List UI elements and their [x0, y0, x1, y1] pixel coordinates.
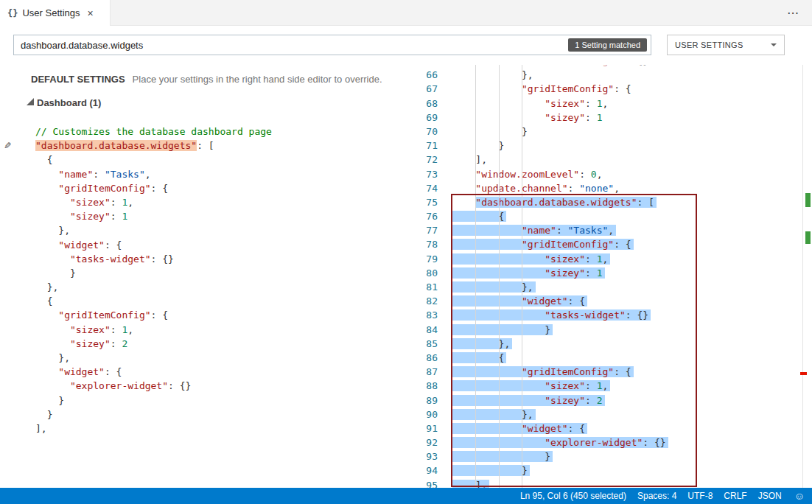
status-language[interactable]: JSON — [758, 491, 782, 501]
editor-line[interactable]: 86 { — [407, 351, 812, 365]
editor-line[interactable]: 88 "sizex": 1, — [407, 379, 812, 393]
line-number[interactable]: 91 — [407, 421, 452, 435]
code-token — [35, 197, 70, 208]
editor-line[interactable]: 70 } — [407, 125, 812, 139]
indent-guide — [475, 65, 476, 488]
editor-line[interactable]: 66 }, — [407, 68, 812, 82]
editor-line[interactable]: 73 "window.zoomLevel": 0, — [407, 167, 812, 181]
status-eol[interactable]: CRLF — [724, 491, 746, 501]
editor-line[interactable]: 72 ], — [407, 153, 812, 167]
status-indentation[interactable]: Spaces: 4 — [637, 491, 676, 501]
expand-twistie-icon[interactable] — [27, 98, 34, 105]
close-icon[interactable]: × — [88, 8, 94, 18]
editor-line[interactable]: 79 "sizex": 1, — [407, 252, 812, 266]
code-token: "explorer-widget" — [70, 380, 168, 391]
editor-line[interactable]: 92 "explorer-widget": {} — [407, 435, 812, 449]
line-content: } — [452, 125, 812, 139]
editor-line[interactable]: 76 { — [407, 209, 812, 223]
code-line: // Customizes the database dashboard pag… — [35, 125, 407, 139]
editor-line[interactable]: 78 "gridItemConfig": { — [407, 237, 812, 251]
editor-line[interactable]: 93 } — [407, 449, 812, 463]
line-number[interactable]: 83 — [407, 308, 452, 322]
editor-line[interactable]: 84 } — [407, 323, 812, 337]
line-number[interactable]: 95 — [407, 478, 452, 488]
line-number[interactable]: 84 — [407, 323, 452, 337]
line-number[interactable]: 67 — [407, 82, 452, 96]
line-number[interactable]: 75 — [407, 195, 452, 209]
editor-line[interactable]: 82 "widget": { — [407, 294, 812, 308]
line-number[interactable]: 87 — [407, 365, 452, 379]
line-number[interactable]: 86 — [407, 351, 452, 365]
scope-dropdown[interactable]: USER SETTINGS — [667, 35, 785, 55]
line-number[interactable]: 69 — [407, 111, 452, 125]
user-settings-editor[interactable]: 65 "tasks-widget": {}66 },67 "gridItemCo… — [407, 65, 812, 488]
line-number[interactable]: 65 — [407, 65, 452, 68]
line-number[interactable]: 68 — [407, 97, 452, 111]
code-token: , — [597, 169, 603, 180]
editor-line[interactable]: 83 "tasks-widget": {} — [407, 308, 812, 322]
status-cursor-position[interactable]: Ln 95, Col 6 (450 selected) — [520, 491, 626, 501]
line-number[interactable]: 88 — [407, 379, 452, 393]
editor-line[interactable]: 74 "update.channel": "none", — [407, 181, 812, 195]
code-token: }, — [35, 225, 70, 236]
ruler-mark-green — [805, 193, 811, 207]
feedback-smiley-icon[interactable]: ☺ — [794, 490, 805, 502]
editor-line[interactable]: 90 }, — [407, 407, 812, 421]
editor-line[interactable]: 81 }, — [407, 280, 812, 294]
editor-line[interactable]: 71 } — [407, 139, 812, 153]
line-number[interactable]: 76 — [407, 209, 452, 223]
settings-search-row: 1 Setting matched USER SETTINGS — [0, 26, 812, 65]
line-number[interactable]: 71 — [407, 139, 452, 153]
line-number[interactable]: 80 — [407, 266, 452, 280]
line-number[interactable]: 85 — [407, 337, 452, 351]
line-number[interactable]: 72 — [407, 153, 452, 167]
line-number[interactable]: 93 — [407, 449, 452, 463]
line-number[interactable]: 78 — [407, 237, 452, 251]
more-actions-button[interactable]: ⋯ — [787, 6, 812, 20]
editor-line[interactable]: 77 "name": "Tasks", — [407, 223, 812, 237]
line-content: } — [452, 449, 812, 463]
line-number[interactable]: 89 — [407, 393, 452, 407]
code-token: "widget" — [522, 295, 568, 307]
settings-group-row[interactable]: Dashboard (1) — [27, 97, 407, 108]
code-token: 2 — [122, 338, 127, 349]
line-number[interactable]: 82 — [407, 294, 452, 308]
editor-line[interactable]: 95 ], — [407, 478, 812, 488]
editor-line[interactable]: 87 "gridItemConfig": { — [407, 365, 812, 379]
line-number[interactable]: 70 — [407, 125, 452, 139]
line-content: "gridItemConfig": { — [452, 82, 812, 96]
editor-line[interactable]: 67 "gridItemConfig": { — [407, 82, 812, 96]
tab-user-settings[interactable]: {} User Settings × — [0, 0, 111, 26]
editor-line[interactable]: 75 "dashboard.database.widgets": [ — [407, 195, 812, 209]
line-number[interactable]: 74 — [407, 181, 452, 195]
code-line: } — [35, 407, 407, 421]
line-number[interactable]: 77 — [407, 223, 452, 237]
editor-line[interactable]: 80 "sizey": 1 — [407, 266, 812, 280]
editor-line[interactable]: 69 "sizey": 1 — [407, 111, 812, 125]
code-token: "Tasks" — [568, 225, 609, 236]
code-token: "sizey" — [70, 338, 111, 349]
code-token: "sizex" — [70, 324, 111, 335]
line-number[interactable]: 81 — [407, 280, 452, 294]
edit-pencil-icon[interactable]: ✎ — [4, 139, 11, 152]
code-token: : — [585, 112, 597, 123]
editor-line[interactable]: 91 "widget": { — [407, 421, 812, 435]
code-token: 0 — [591, 169, 597, 180]
editor-line[interactable]: 89 "sizey": 2 — [407, 393, 812, 407]
status-encoding[interactable]: UTF-8 — [687, 491, 713, 501]
line-number[interactable]: 90 — [407, 407, 452, 421]
settings-search-input[interactable] — [13, 35, 651, 55]
editor-line[interactable]: 85 }, — [407, 337, 812, 351]
line-number[interactable]: 66 — [407, 68, 452, 82]
selection-highlight: } — [452, 451, 550, 462]
code-token: : {} — [626, 309, 648, 321]
line-number[interactable]: 92 — [407, 435, 452, 449]
editor-line[interactable]: 68 "sizex": 1, — [407, 97, 812, 111]
code-token: } — [452, 140, 504, 151]
line-content: "widget": { — [452, 421, 812, 435]
editor-line[interactable]: 65 "tasks-widget": {} — [407, 65, 812, 68]
line-number[interactable]: 79 — [407, 252, 452, 266]
line-number[interactable]: 73 — [407, 167, 452, 181]
line-number[interactable]: 94 — [407, 463, 452, 477]
editor-line[interactable]: 94 } — [407, 463, 812, 477]
